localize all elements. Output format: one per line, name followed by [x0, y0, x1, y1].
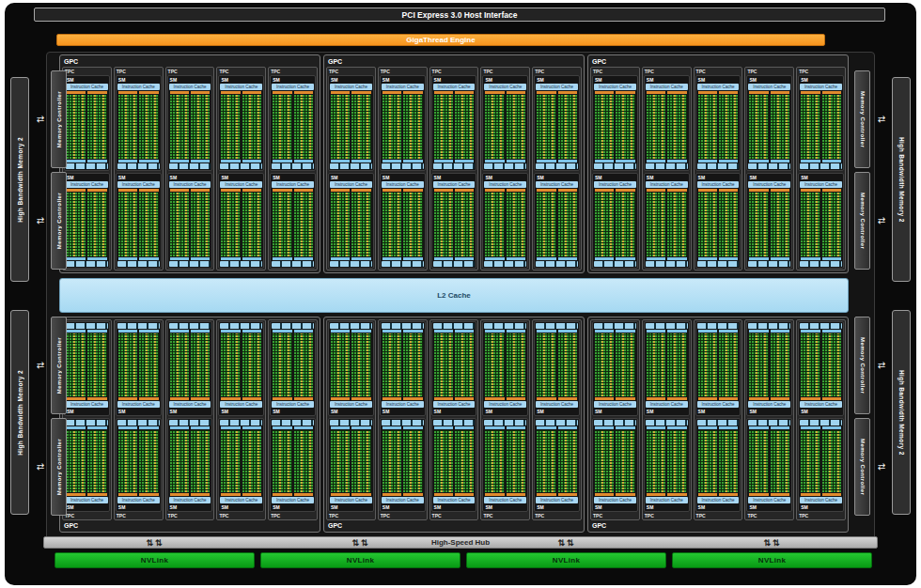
texture-units-bar	[330, 261, 372, 267]
sm-group: SMInstruction CacheSMInstruction Cache	[380, 75, 426, 269]
warp-scheduler-bar	[382, 493, 401, 496]
sm-processing-block	[67, 426, 86, 497]
core-grid	[294, 193, 313, 256]
tpc-block: TPCSMInstruction CacheSMInstruction Cach…	[796, 319, 846, 520]
core-grid	[118, 193, 137, 256]
sm-group: SMInstruction CacheSMInstruction Cache	[592, 75, 638, 269]
warp-scheduler-bar	[698, 91, 717, 94]
warp-scheduler-bar	[822, 189, 841, 192]
load-store-bar	[242, 426, 261, 429]
warp-scheduler-bar	[221, 397, 240, 400]
core-grid	[667, 193, 686, 256]
sm-processing-block	[771, 330, 789, 400]
sm-core-area	[800, 330, 842, 400]
core-grid	[647, 95, 665, 159]
load-store-bar	[403, 257, 422, 260]
sm-processing-block	[87, 330, 106, 400]
core-grid	[87, 430, 106, 493]
core-grid	[273, 333, 291, 396]
hbm2-label: High Bandwidth Memory 2	[17, 370, 23, 456]
load-store-bar	[382, 426, 401, 429]
sm-block: SMInstruction Cache	[746, 418, 792, 513]
tpc-label: TPC	[695, 513, 741, 518]
instruction-cache-bar: Instruction Cache	[169, 401, 211, 408]
sm-label: SM	[646, 409, 688, 414]
sm-processing-block	[822, 330, 841, 400]
sm-processing-block	[537, 91, 555, 162]
sm-block: SMInstruction Cache	[431, 173, 477, 269]
sm-group: SMInstruction CacheSMInstruction Cache	[482, 75, 528, 269]
load-store-bar	[771, 160, 789, 162]
sm-processing-block	[273, 330, 291, 400]
core-grid	[749, 333, 768, 396]
tpc-label: TPC	[695, 69, 741, 74]
instruction-cache-bar: Instruction Cache	[330, 401, 372, 408]
sm-processing-block	[170, 189, 189, 260]
sm-processing-block	[87, 189, 106, 260]
sm-processing-block	[595, 91, 614, 162]
sm-processing-block	[382, 426, 401, 497]
instruction-cache-bar: Instruction Cache	[433, 181, 476, 188]
instruction-cache-bar: Instruction Cache	[433, 401, 476, 408]
load-store-bar	[118, 330, 137, 333]
load-store-bar	[67, 426, 86, 429]
warp-scheduler-bar	[801, 493, 820, 496]
nvlink-label: NVLink	[347, 556, 374, 565]
sm-core-area	[382, 330, 424, 400]
sm-block: SMInstruction Cache	[218, 75, 264, 171]
load-store-bar	[351, 160, 370, 162]
warp-scheduler-bar	[822, 397, 841, 400]
tpc-label: TPC	[482, 69, 528, 74]
sm-label: SM	[697, 409, 740, 414]
memory-controller-label: Memory Controller	[56, 91, 62, 147]
instruction-cache-bar: Instruction Cache	[748, 401, 790, 408]
texture-units-bar	[484, 323, 526, 329]
tpc-label: TPC	[380, 69, 426, 74]
load-store-bar	[139, 426, 158, 429]
sm-group: SMInstruction CacheSMInstruction Cache	[167, 321, 213, 512]
load-store-bar	[382, 330, 401, 333]
sm-core-area	[484, 91, 526, 162]
sm-group: SMInstruction CacheSMInstruction Cache	[534, 75, 580, 269]
sm-label: SM	[169, 77, 211, 83]
texture-units-bar	[536, 323, 578, 329]
sm-processing-block	[558, 189, 577, 260]
sm-processing-block	[242, 426, 261, 497]
sm-label: SM	[272, 77, 314, 83]
tpc-label: TPC	[798, 69, 844, 74]
texture-units-bar	[66, 420, 108, 426]
core-grid	[507, 333, 525, 396]
tpc-block: TPCSMInstruction CacheSMInstruction Cach…	[165, 319, 215, 520]
tpc-block: TPCSMInstruction CacheSMInstruction Cach…	[480, 319, 530, 520]
texture-units-bar	[330, 420, 372, 426]
warp-scheduler-bar	[87, 91, 106, 94]
sm-block: SMInstruction Cache	[534, 321, 580, 416]
warp-scheduler-bar	[139, 493, 158, 496]
hbm-mc-arrow-icon: ⇄	[872, 360, 891, 371]
sm-label: SM	[66, 409, 108, 414]
core-grid	[273, 95, 291, 159]
texture-units-bar	[800, 323, 842, 329]
load-store-bar	[667, 330, 686, 333]
sm-label: SM	[433, 504, 476, 510]
core-grid	[67, 333, 86, 396]
sm-group: SMInstruction CacheSMInstruction Cache	[64, 75, 110, 269]
tpc-block: TPCSMInstruction CacheSMInstruction Cach…	[268, 67, 318, 271]
core-grid	[331, 193, 350, 256]
core-grid	[667, 95, 686, 159]
nvlink-label: NVLink	[553, 556, 580, 565]
sm-block: SMInstruction Cache	[592, 418, 638, 513]
sm-core-area	[169, 91, 211, 162]
sm-processing-block	[403, 330, 422, 400]
sm-processing-block	[822, 426, 841, 497]
texture-units-bar	[220, 163, 262, 169]
sm-core-area	[646, 330, 688, 400]
instruction-cache-bar: Instruction Cache	[697, 401, 740, 408]
sm-block: SMInstruction Cache	[116, 75, 162, 171]
sm-processing-block	[667, 91, 686, 162]
instruction-cache-bar: Instruction Cache	[697, 181, 740, 188]
sm-label: SM	[748, 77, 790, 83]
sm-processing-block	[67, 91, 86, 162]
instruction-cache-bar: Instruction Cache	[66, 401, 108, 408]
tpc-label: TPC	[328, 69, 374, 74]
